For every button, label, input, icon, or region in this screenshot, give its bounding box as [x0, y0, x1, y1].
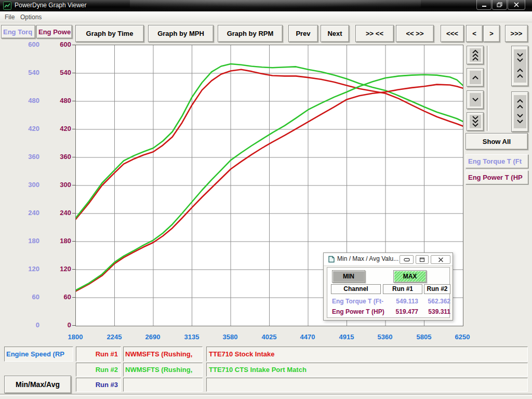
- power-axis-tick-420: 420: [46, 124, 71, 134]
- rpm-axis-tick-3580: 3580: [214, 333, 247, 341]
- power-axis-tick-240: 240: [46, 208, 71, 218]
- run1-comment[interactable]: NWMSFTS (Rushing,: [123, 347, 203, 362]
- torque-axis-tick-600: 600: [15, 40, 39, 49]
- pan-up-fast-button[interactable]: [467, 46, 484, 64]
- window-title: PowerDyne Graph Viewer: [15, 2, 87, 9]
- power-axis-tick-60: 60: [46, 292, 71, 302]
- expand-y-scale-button[interactable]: [511, 91, 528, 132]
- rpm-axis-tick-4470: 4470: [291, 333, 324, 341]
- torque-axis-tick-420: 420: [15, 124, 39, 134]
- minmax-close-button[interactable]: [431, 255, 450, 264]
- torque-axis-tick-300: 300: [15, 180, 39, 190]
- rpm-axis-tick-2245: 2245: [98, 333, 131, 341]
- rpm-axis-tick-1800: 1800: [59, 333, 92, 341]
- run2-description[interactable]: TTE710 CTS Intake Port Match: [206, 363, 528, 377]
- triple-chevron-down-icon: [471, 116, 480, 127]
- chevrons-converge-icon: [516, 52, 524, 79]
- run1-description[interactable]: TTE710 Stock Intake: [206, 347, 528, 362]
- titlebar-glass: [130, 0, 421, 11]
- chevron-down-icon: [471, 98, 480, 102]
- minmax-close-icon: [438, 257, 444, 262]
- scroll-left-button[interactable]: <: [466, 25, 483, 42]
- tab-eng-torque-label: Eng Torq: [3, 28, 32, 36]
- power-axis-tick-600: 600: [46, 40, 71, 49]
- power-axis-tick-540: 540: [46, 68, 71, 77]
- title-bar[interactable]: PowerDyne Graph Viewer: [0, 0, 532, 11]
- rpm-axis-tick-2690: 2690: [136, 333, 169, 341]
- minmax-torque-run1-value: 549.113: [381, 298, 418, 305]
- graph-by-mph-button[interactable]: Graph by MPH: [148, 25, 214, 42]
- minmax-minimize-icon: [404, 258, 410, 262]
- pan-down-fast-button[interactable]: [467, 112, 484, 131]
- max-toggle-button[interactable]: MAX: [393, 270, 427, 283]
- power-axis-tick-180: 180: [46, 236, 71, 246]
- run3-description[interactable]: [206, 378, 528, 392]
- torque-axis-tick-240: 240: [15, 208, 39, 218]
- channel-column-header: Channel: [331, 284, 381, 294]
- compress-y-scale-button[interactable]: [511, 46, 528, 86]
- minmax-power-run2-value: 539.311: [418, 308, 450, 315]
- minmax-maximize-icon: [419, 257, 425, 262]
- minmax-window-icon: [328, 256, 335, 263]
- run3-comment[interactable]: [123, 378, 203, 392]
- min-toggle-button[interactable]: MIN: [332, 270, 365, 283]
- power-axis-tick-360: 360: [46, 152, 71, 162]
- minimize-icon: [482, 3, 487, 7]
- zoom-in-x-button[interactable]: >> <<: [355, 25, 394, 42]
- minmax-window[interactable]: Min / Max / Avg Valu... MIN MAX Channel …: [323, 252, 453, 321]
- tab-eng-power-label: Eng Powe: [38, 28, 71, 36]
- torque-axis-tick-120: 120: [15, 264, 39, 274]
- tab-eng-torque[interactable]: Eng Torq: [1, 25, 35, 38]
- minmax-row-power-channel: Eng Power T (HP): [332, 308, 384, 315]
- torque-channel-label[interactable]: Eng Torque T (Ft: [466, 154, 528, 168]
- run3-label[interactable]: Run #3: [76, 378, 121, 392]
- restore-icon: [497, 2, 502, 7]
- minmax-window-titlebar[interactable]: Min / Max / Avg Valu...: [324, 253, 453, 266]
- torque-axis-tick-180: 180: [15, 236, 39, 246]
- minmax-maximize-button[interactable]: [416, 255, 429, 264]
- minimize-button[interactable]: [476, 0, 491, 10]
- minmax-torque-run2-value: 562.362: [418, 298, 450, 305]
- menu-bar: File Options: [0, 11, 532, 22]
- run1-label[interactable]: Run #1: [76, 347, 121, 362]
- powerdyne-window: PowerDyne Graph Viewer File Options Eng …: [0, 0, 532, 399]
- torque-axis-tick-360: 360: [15, 152, 39, 162]
- pan-down-button[interactable]: [467, 90, 484, 109]
- menu-file[interactable]: File: [2, 12, 17, 22]
- power-axis-tick-300: 300: [46, 180, 71, 190]
- zoom-out-x-button[interactable]: << >>: [396, 25, 434, 42]
- torque-axis-tick-480: 480: [15, 96, 39, 105]
- prev-button[interactable]: Prev: [288, 25, 318, 42]
- rpm-axis-tick-3135: 3135: [175, 333, 208, 341]
- maximize-button[interactable]: [492, 0, 507, 10]
- torque-axis-tick-0: 0: [15, 321, 39, 330]
- run1-column-header: Run #1: [383, 284, 422, 294]
- graph-by-time-button[interactable]: Graph by Time: [75, 25, 144, 42]
- graph-by-rpm-button[interactable]: Graph by RPM: [218, 25, 283, 42]
- close-button[interactable]: [508, 0, 525, 10]
- minmax-power-run1-value: 519.477: [381, 308, 418, 315]
- run2-column-header: Run #2: [424, 284, 450, 294]
- chevrons-diverge-icon: [516, 98, 524, 125]
- close-icon: [514, 2, 519, 7]
- run2-comment[interactable]: NWMSFTS (Rushing,: [123, 363, 203, 377]
- bottom-divider: [0, 394, 532, 396]
- run2-label[interactable]: Run #2: [76, 363, 121, 377]
- rpm-axis-tick-5805: 5805: [407, 333, 441, 341]
- minmax-minimize-button[interactable]: [400, 255, 414, 264]
- x-axis-channel-label[interactable]: Engine Speed (RP: [4, 347, 73, 362]
- next-button[interactable]: Next: [321, 25, 349, 42]
- minmax-window-title: Min / Max / Avg Valu...: [337, 255, 398, 262]
- scroll-right-fast-button[interactable]: >>>: [505, 25, 528, 42]
- scroll-left-fast-button[interactable]: <<<: [441, 25, 464, 42]
- scroll-right-button[interactable]: >: [483, 25, 500, 42]
- tab-eng-power[interactable]: Eng Powe: [36, 25, 72, 38]
- menu-options[interactable]: Options: [18, 12, 44, 22]
- rpm-axis-tick-4025: 4025: [252, 333, 286, 341]
- show-all-button[interactable]: Show All: [466, 133, 528, 150]
- right-panel-divider: [487, 46, 489, 131]
- pan-up-button[interactable]: [467, 68, 484, 87]
- torque-axis-tick-60: 60: [15, 292, 39, 302]
- power-channel-label[interactable]: Eng Power T (HP: [466, 170, 528, 184]
- minmaxavg-button[interactable]: Min/Max/Avg: [4, 376, 71, 393]
